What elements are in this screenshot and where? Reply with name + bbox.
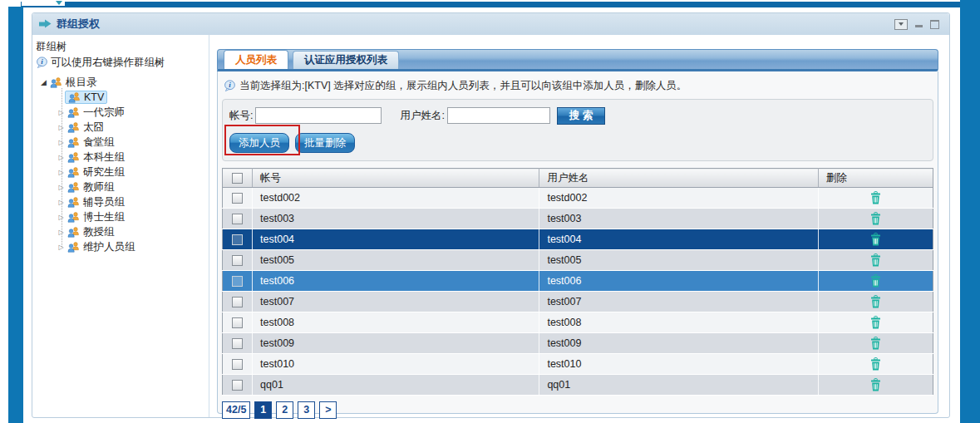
tree-item[interactable]: ▷ 教授组 xyxy=(34,224,205,239)
account-input[interactable] xyxy=(255,107,382,124)
cell-account: testd002 xyxy=(253,188,539,209)
table-row[interactable]: test009 test009 xyxy=(223,333,933,354)
child-expander-icon[interactable]: ▷ xyxy=(57,199,66,206)
group-icon xyxy=(66,182,81,193)
person-table: 帐号 用户姓名 删除 testd002 testd002 xyxy=(222,168,933,396)
table-row[interactable]: test010 test010 xyxy=(223,354,933,375)
trash-icon[interactable] xyxy=(869,378,882,391)
minimize-icon[interactable] xyxy=(915,25,923,27)
tree-item[interactable]: ▷ 食堂组 xyxy=(34,135,205,150)
tree-item-label: 辅导员组 xyxy=(83,195,125,209)
tree-item[interactable]: ▷ 教师组 xyxy=(34,180,205,194)
maximize-icon[interactable] xyxy=(930,20,939,29)
cell-account: test008 xyxy=(253,312,539,333)
group-icon xyxy=(67,92,81,103)
cell-account: test009 xyxy=(253,333,539,354)
row-checkbox[interactable] xyxy=(232,297,243,307)
child-expander-icon[interactable]: ▷ xyxy=(57,124,66,131)
add-person-button[interactable]: 添加人员 xyxy=(229,133,289,153)
select-all-checkbox[interactable] xyxy=(232,173,243,184)
tree-item[interactable]: ▷ 维护人员组 xyxy=(34,239,205,254)
trash-icon[interactable] xyxy=(869,233,882,246)
tree-item-label: 维护人员组 xyxy=(83,240,135,254)
tree-item[interactable]: ▷ 研究生组 xyxy=(34,165,205,180)
pagination-page-2[interactable]: 2 xyxy=(276,401,293,419)
tree-item[interactable]: ▷ 博士生组 xyxy=(34,209,205,224)
child-expander-icon[interactable]: ▷ xyxy=(57,184,66,191)
table-row[interactable]: test005 test005 xyxy=(223,250,933,271)
tab-auth-app-list[interactable]: 认证应用授权列表 xyxy=(293,51,399,69)
pagination-total: 42/5 xyxy=(222,401,250,419)
trash-icon[interactable] xyxy=(869,274,882,288)
tree-item[interactable]: ▷ 一代宗师 xyxy=(34,105,205,120)
tree-item[interactable]: ▷ 辅导员组 xyxy=(34,194,205,209)
tree-item[interactable]: ▷ 太囧 xyxy=(34,120,205,135)
row-checkbox[interactable] xyxy=(232,359,243,370)
group-icon xyxy=(66,212,81,223)
column-header-delete: 删除 xyxy=(818,169,933,188)
column-header-name: 用户姓名 xyxy=(539,169,818,188)
pagination-page-1[interactable]: 1 xyxy=(254,401,272,419)
panel-arrow-icon xyxy=(39,19,52,29)
tree-hint: i 可以使用右键操作群组树 xyxy=(36,56,205,70)
row-checkbox[interactable] xyxy=(232,276,243,287)
tree-item-label: 教授组 xyxy=(83,225,115,239)
table-row[interactable]: test003 test003 xyxy=(223,209,933,229)
trash-icon[interactable] xyxy=(869,316,882,329)
top-collapse-tab[interactable] xyxy=(22,0,65,6)
tree-item[interactable]: ▷ 本科生组 xyxy=(34,150,205,165)
group-icon xyxy=(66,107,81,118)
tree-item-ktv[interactable]: ▷ KTV xyxy=(34,90,205,105)
table-row[interactable]: qq01 qq01 xyxy=(223,375,933,396)
search-button[interactable]: 搜 索 xyxy=(557,107,605,125)
trash-icon[interactable] xyxy=(869,357,882,371)
child-expander-icon[interactable]: ▷ xyxy=(57,139,66,146)
table-row[interactable]: test007 test007 xyxy=(223,292,933,312)
row-checkbox[interactable] xyxy=(232,234,243,245)
row-checkbox[interactable] xyxy=(232,214,243,224)
batch-delete-button[interactable]: 批量删除 xyxy=(295,133,355,153)
trash-icon[interactable] xyxy=(869,253,882,267)
screen: 群组授权 群组树 i 可以使用右键操作群组树 xyxy=(0,0,980,423)
info-icon: i xyxy=(224,80,236,92)
table-row[interactable]: test008 test008 xyxy=(223,312,933,333)
row-checkbox[interactable] xyxy=(232,380,243,391)
search-and-actions-box: 帐号: 用户姓名: 搜 索 添加人员 批量删除 xyxy=(222,99,933,161)
trash-icon[interactable] xyxy=(869,295,882,308)
table-row-highlighted[interactable]: test006 test006 xyxy=(223,271,933,292)
group-icon xyxy=(66,167,81,178)
table-row[interactable]: testd002 testd002 xyxy=(223,188,933,209)
child-expander-icon[interactable]: ▷ xyxy=(57,169,66,176)
tree-item-label: 本科生组 xyxy=(83,150,125,165)
tree-item-root[interactable]: ◢ 根目录 xyxy=(34,75,205,90)
cell-account: test003 xyxy=(253,209,539,229)
cell-account: test005 xyxy=(253,250,539,271)
cell-account: test004 xyxy=(253,229,539,250)
root-expander-icon[interactable]: ◢ xyxy=(39,78,48,86)
tree-selected-highlight: KTV xyxy=(65,91,107,104)
combo-icon[interactable] xyxy=(894,19,908,30)
window-controls xyxy=(894,19,939,30)
cell-name: test007 xyxy=(539,292,818,312)
row-checkbox[interactable] xyxy=(232,317,243,328)
row-checkbox[interactable] xyxy=(232,338,243,349)
row-checkbox[interactable] xyxy=(232,255,243,266)
action-buttons: 添加人员 批量删除 xyxy=(229,132,926,154)
trash-icon[interactable] xyxy=(869,337,882,350)
child-expander-icon[interactable]: ▷ xyxy=(57,243,66,251)
group-icon xyxy=(66,242,81,253)
tab-person-list[interactable]: 人员列表 xyxy=(224,50,288,69)
child-expander-icon[interactable]: ▷ xyxy=(57,229,66,236)
trash-icon[interactable] xyxy=(869,191,882,204)
collapse-arrow-icon xyxy=(56,1,62,5)
child-expander-icon[interactable]: ▷ xyxy=(57,214,66,221)
username-input[interactable] xyxy=(447,107,550,124)
child-expander-icon[interactable]: ▷ xyxy=(57,154,66,161)
pagination-next[interactable]: > xyxy=(319,401,337,419)
pagination-page-3[interactable]: 3 xyxy=(298,401,315,419)
table-row-selected[interactable]: test004 test004 xyxy=(223,229,933,250)
trash-icon[interactable] xyxy=(869,212,882,225)
main-area: 人员列表 认证应用授权列表 i 当前选择组为:[KTV] 选择对应的组，展示组内… xyxy=(209,35,949,417)
row-checkbox[interactable] xyxy=(232,193,243,204)
child-expander-icon[interactable]: ▷ xyxy=(57,109,66,116)
